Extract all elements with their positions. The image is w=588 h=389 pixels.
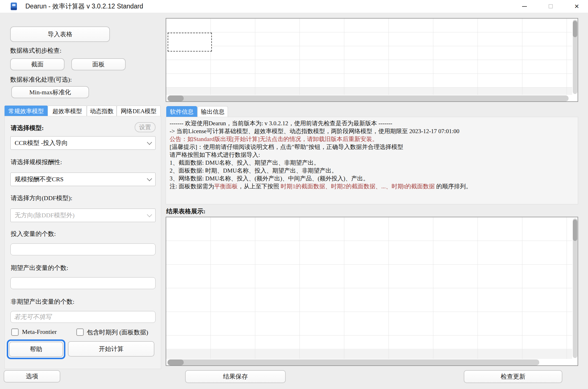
data-grid-hscroll-track[interactable] xyxy=(167,95,569,101)
info-line-panel-format: 2、面板数据: 时期、DMU名称、投入、期望产出、非期望产出。 xyxy=(170,167,575,175)
cross-section-check-button[interactable]: 截面 xyxy=(10,58,65,70)
format-check-label: 数据格式初步检查: xyxy=(10,46,61,55)
tab-output-info[interactable]: 输出信息 xyxy=(198,106,228,117)
close-button[interactable]: ✕ xyxy=(568,0,585,13)
expected-output-count-field[interactable] xyxy=(10,277,156,289)
info-line-note: 注: 面板数据需为平衡面板，从上至下按照 时期1的截面数据、时期2的截面数据、.… xyxy=(170,182,575,190)
chevron-down-icon xyxy=(147,212,152,217)
title-bar: Dearun - 效率计算器 v 3.0.2.12 Standard ✕ xyxy=(0,0,588,13)
results-hscroll-track[interactable] xyxy=(167,359,539,365)
help-button[interactable]: 帮助 xyxy=(9,342,63,357)
period-column-checkbox[interactable] xyxy=(76,328,84,336)
window-title: Dearun - 效率计算器 v 3.0.2.12 Standard xyxy=(25,0,143,13)
direction-select[interactable]: 无方向(除DDF模型外) xyxy=(10,209,156,222)
minmax-normalize-button[interactable]: Min-max标准化 xyxy=(11,86,89,98)
undesired-output-count-label: 非期望产出变量的个数: xyxy=(11,298,74,306)
model-select-label: 请选择模型: xyxy=(11,124,44,132)
results-vscroll-thumb[interactable] xyxy=(573,220,577,241)
software-info-text: ------- 欢迎使用Dearun，当前版本为: v 3.0.2.12，使用前… xyxy=(166,117,578,204)
info-line-network-format: 3、网络数据: DMU名称、投入、(额外产出)、中间产品、(额外投入)、产出。 xyxy=(170,175,575,182)
maximize-button[interactable] xyxy=(542,0,559,13)
chevron-down-icon xyxy=(147,140,152,145)
data-grid-cells[interactable] xyxy=(166,19,572,95)
info-line-welcome: ------- 欢迎使用Dearun，当前版本为: v 3.0.2.12，使用前… xyxy=(170,119,575,127)
tab-network-dea-model[interactable]: 网络DEA模型 xyxy=(117,106,161,116)
model-select[interactable]: CCR模型 -投入导向 xyxy=(10,136,156,150)
save-results-button[interactable]: 结果保存 xyxy=(185,370,286,383)
normalize-label: 数据标准化处理(可选): xyxy=(10,75,72,84)
model-config-panel: 请选择模型: 设置 CCR模型 -投入导向 请选择规模报酬性: 规模报酬不变CR… xyxy=(5,116,161,369)
direction-select-value: 无方向(除DDF模型外) xyxy=(15,211,75,220)
meta-frontier-label: Meta-Frontier xyxy=(22,328,57,336)
data-grid-footer-strip xyxy=(166,88,572,95)
rts-select[interactable]: 规模报酬不变CRS xyxy=(10,173,156,186)
model-select-value: CCR模型 -投入导向 xyxy=(15,139,68,147)
info-line-license: -> 当前License可计算基础模型、超效率模型、动态指数模型，两阶段网络模型… xyxy=(170,127,575,135)
chevron-down-icon xyxy=(147,176,152,181)
minimize-icon xyxy=(522,6,527,7)
data-spreadsheet xyxy=(166,18,578,102)
results-table-label: 结果表格展示: xyxy=(166,207,205,216)
panel-check-button[interactable]: 面板 xyxy=(71,58,126,70)
selected-cell[interactable] xyxy=(168,33,212,52)
info-line-tip: [温馨提示]：使用前请仔细阅读说明文档，点击"帮助"按钮，正确导入数据并合理选择… xyxy=(170,143,575,151)
info-line-format-header: 请严格按照如下格式进行数据导入: xyxy=(170,151,575,159)
meta-frontier-checkbox[interactable] xyxy=(11,328,19,336)
start-calculation-button[interactable]: 开始计算 xyxy=(68,341,154,357)
undesired-output-count-field[interactable] xyxy=(10,311,156,323)
data-grid-vscroll-thumb[interactable] xyxy=(573,21,577,37)
tab-software-info[interactable]: 软件信息 xyxy=(166,106,197,117)
close-icon: ✕ xyxy=(574,3,579,10)
input-count-label: 投入变量的个数: xyxy=(11,230,56,238)
results-grid-footer-strip xyxy=(166,349,572,359)
check-update-button[interactable]: 检查更新 xyxy=(464,370,562,383)
direction-label: 请选择方向(DDF模型): xyxy=(11,194,72,202)
tab-regular-efficiency-model[interactable]: 常规效率模型 xyxy=(5,106,48,116)
tab-super-efficiency-model[interactable]: 超效率模型 xyxy=(48,106,87,116)
info-line-announcement: 公告：如Standard版出现[开始计算]无法点击的情况，请卸载旧版本后重新安装… xyxy=(170,135,575,143)
maximize-icon xyxy=(549,4,553,8)
help-button-highlight: 帮助 xyxy=(7,339,65,359)
minimize-button[interactable] xyxy=(516,0,533,13)
rts-label: 请选择规模报酬性: xyxy=(11,158,62,166)
period-column-label: 包含时期列 (面板数据) xyxy=(87,328,148,337)
results-spreadsheet xyxy=(166,217,578,366)
import-table-button[interactable]: 导入表格 xyxy=(10,26,110,42)
tab-dynamic-index[interactable]: 动态指数 xyxy=(87,106,117,116)
input-count-field[interactable] xyxy=(10,243,156,255)
expected-output-count-label: 期望产出变量的个数: xyxy=(11,264,68,272)
data-grid-hscroll-thumb[interactable] xyxy=(168,95,184,101)
app-logo-icon xyxy=(11,3,17,10)
results-grid-cells[interactable] xyxy=(166,217,572,359)
info-line-cross-section-format: 1、截面数据: DMU名称、投入、期望产出、非期望产出。 xyxy=(170,159,575,167)
app-window: Dearun - 效率计算器 v 3.0.2.12 Standard ✕ 导入表… xyxy=(0,0,588,389)
settings-button[interactable]: 设置 xyxy=(135,122,156,132)
results-hscroll-thumb[interactable] xyxy=(168,359,184,365)
options-button[interactable]: 选项 xyxy=(4,370,60,383)
rts-select-value: 规模报酬不变CRS xyxy=(15,175,64,184)
